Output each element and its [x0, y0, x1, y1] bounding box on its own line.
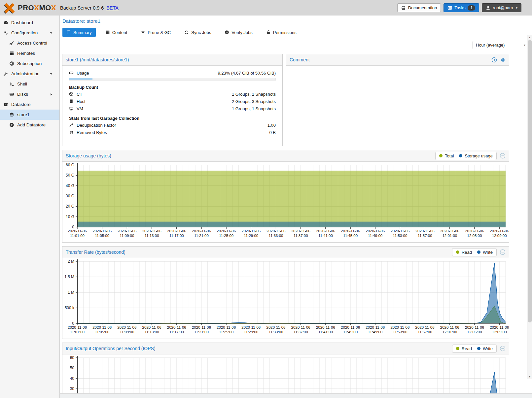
- chart-legend: ReadWrite: [452, 345, 497, 353]
- chart-legend: ReadWrite: [452, 248, 497, 256]
- svg-text:2020-11-06: 2020-11-06: [167, 229, 186, 233]
- caret-right-icon[interactable]: [49, 92, 53, 96]
- svg-text:10 G: 10 G: [66, 215, 74, 219]
- svg-text:60 G: 60 G: [66, 163, 74, 167]
- caret-down-icon[interactable]: [49, 31, 53, 35]
- svg-text:11:13:00: 11:13:00: [145, 330, 159, 334]
- chevron-circle-right-icon[interactable]: [491, 57, 497, 63]
- brand-segment: X: [34, 4, 39, 12]
- svg-text:11:21:00: 11:21:00: [194, 330, 209, 334]
- user-menu-button[interactable]: root@pam ▾: [482, 3, 521, 12]
- documentation-label: Documentation: [408, 5, 437, 10]
- svg-text:11:45:00: 11:45:00: [343, 234, 358, 238]
- trash-icon: [69, 130, 74, 135]
- stat-value: 1 Groups, 1 Snapshots: [232, 92, 276, 97]
- store1-panel-title: store1 (/mnt/datastores/store1): [66, 57, 129, 62]
- svg-text:2020-11-06: 2020-11-06: [316, 229, 335, 233]
- documentation-button[interactable]: Documentation: [397, 3, 441, 12]
- svg-text:2020-11-06: 2020-11-06: [241, 229, 261, 233]
- chart-title: Input/Output Operations per Second (IOPS…: [66, 346, 156, 351]
- svg-text:12:05:00: 12:05:00: [467, 330, 482, 334]
- sidebar-item-datastore[interactable]: Datastore: [0, 99, 59, 110]
- svg-text:2020-11-06: 2020-11-06: [440, 325, 459, 329]
- gear-icon[interactable]: [500, 57, 506, 63]
- tab-sync-jobs[interactable]: Sync Jobs: [180, 28, 215, 37]
- database-icon: [9, 112, 14, 117]
- store1-panel-header: store1 (/mnt/datastores/store1): [62, 54, 282, 66]
- legend-label: Read: [462, 250, 472, 255]
- scrollbar-thumb[interactable]: [528, 40, 532, 322]
- tab-prune-gc[interactable]: Prune & GC: [137, 28, 175, 37]
- legend-item-total[interactable]: Total: [439, 153, 454, 158]
- svg-text:2020-11-06: 2020-11-06: [341, 325, 360, 329]
- chart-legend: TotalStorage usage: [435, 152, 497, 160]
- sidebar-item-disks[interactable]: Disks: [0, 89, 59, 99]
- proxmox-logo-icon: [3, 2, 15, 14]
- collapse-panel-icon[interactable]: [500, 249, 506, 255]
- usage-label: Usage: [77, 71, 89, 76]
- content-bottom-strip: [60, 393, 532, 398]
- book-icon: [401, 6, 406, 10]
- legend-item-read[interactable]: Read: [456, 346, 472, 351]
- content-scroll-area: store1 (/mnt/datastores/store1) Usage 9.…: [60, 50, 527, 398]
- sidebar-item-configuration[interactable]: Configuration: [0, 28, 59, 38]
- backup-count-rows: CT1 Groups, 1 SnapshotsHost2 Groups, 3 S…: [62, 91, 282, 112]
- svg-text:2020-11-06: 2020-11-06: [68, 229, 87, 233]
- svg-text:2020-11-06: 2020-11-06: [341, 229, 360, 233]
- beta-link[interactable]: BETA: [106, 5, 119, 11]
- sidebar-item-remotes[interactable]: Remotes: [0, 48, 59, 58]
- sidebar-item-store1[interactable]: store1: [0, 110, 59, 120]
- caret-down-icon[interactable]: [49, 72, 53, 76]
- collapse-panel-icon[interactable]: [500, 153, 506, 159]
- stat-row-removed-bytes: Removed Bytes0 B: [62, 129, 282, 135]
- sidebar-item-shell[interactable]: Shell: [0, 79, 59, 89]
- svg-text:2020-11-06: 2020-11-06: [192, 325, 211, 329]
- svg-text:11:33:00: 11:33:00: [269, 330, 283, 334]
- vertical-scrollbar[interactable]: ▲ ▼: [527, 35, 532, 379]
- app-header: PROXMOX Backup Server 0.9-6 BETA Documen…: [0, 0, 532, 16]
- sidebar-item-add-datastore[interactable]: Add Datastore: [0, 120, 59, 130]
- sidebar-item-administration[interactable]: Administration: [0, 69, 59, 79]
- desktop-icon: [69, 106, 74, 111]
- storage-usage-panel: Storage usage (bytes)TotalStorage usage6…: [62, 150, 509, 243]
- legend-item-read[interactable]: Read: [456, 250, 472, 255]
- tachometer-icon: [3, 20, 8, 25]
- timeframe-select[interactable]: Hour (average) ▾: [473, 41, 529, 49]
- tasks-button[interactable]: Tasks 1: [443, 3, 479, 12]
- usage-row: Usage 9.23% (4.67 GiB of 50.56 GiB): [62, 70, 282, 76]
- svg-text:2020-11-06: 2020-11-06: [68, 325, 87, 329]
- sidebar-item-label: Administration: [11, 71, 40, 76]
- legend-item-storage-usage[interactable]: Storage usage: [459, 153, 493, 158]
- scrollbar-down-arrow[interactable]: ▼: [527, 374, 532, 379]
- check-circle-icon: [225, 30, 229, 35]
- tab-permissions[interactable]: Permissions: [262, 28, 301, 37]
- sidebar-item-subscription[interactable]: Subscription: [0, 58, 59, 69]
- svg-text:11:25:00: 11:25:00: [219, 234, 233, 238]
- grid-icon: [105, 30, 110, 35]
- legend-item-write[interactable]: Write: [477, 250, 493, 255]
- stat-value: 0 B: [269, 130, 276, 135]
- svg-text:11:01:00: 11:01:00: [70, 330, 85, 334]
- svg-text:12:09:00: 12:09:00: [492, 330, 507, 334]
- svg-text:11:49:00: 11:49:00: [368, 330, 382, 334]
- legend-item-write[interactable]: Write: [477, 346, 493, 351]
- refresh-icon: [184, 30, 189, 35]
- chart-panel-header: Transfer Rate (bytes/second)ReadWrite: [62, 247, 509, 258]
- svg-text:0: 0: [72, 321, 74, 326]
- comment-panel-header: Comment: [286, 54, 509, 66]
- stat-row-deduplication-factor: Deduplication Factor1.00: [62, 122, 282, 128]
- svg-text:2020-11-06: 2020-11-06: [390, 325, 409, 329]
- svg-text:11:17:00: 11:17:00: [169, 330, 184, 334]
- tab-content[interactable]: Content: [101, 28, 131, 37]
- sidebar-item-dashboard[interactable]: Dashboard: [0, 17, 59, 28]
- collapse-panel-icon[interactable]: [500, 346, 506, 351]
- sidebar-item-label: Dashboard: [11, 20, 33, 25]
- svg-text:40 G: 40 G: [66, 183, 74, 188]
- scrollbar-up-arrow[interactable]: ▲: [527, 35, 532, 40]
- svg-text:2020-11-06: 2020-11-06: [241, 325, 261, 329]
- brand-segment: PRO: [18, 4, 34, 12]
- tab-verify-jobs[interactable]: Verify Jobs: [221, 28, 257, 37]
- sidebar-item-access-control[interactable]: Access Control: [0, 38, 59, 48]
- product-name: Backup Server 0.9-6: [60, 5, 104, 11]
- tab-summary[interactable]: Summary: [62, 28, 96, 37]
